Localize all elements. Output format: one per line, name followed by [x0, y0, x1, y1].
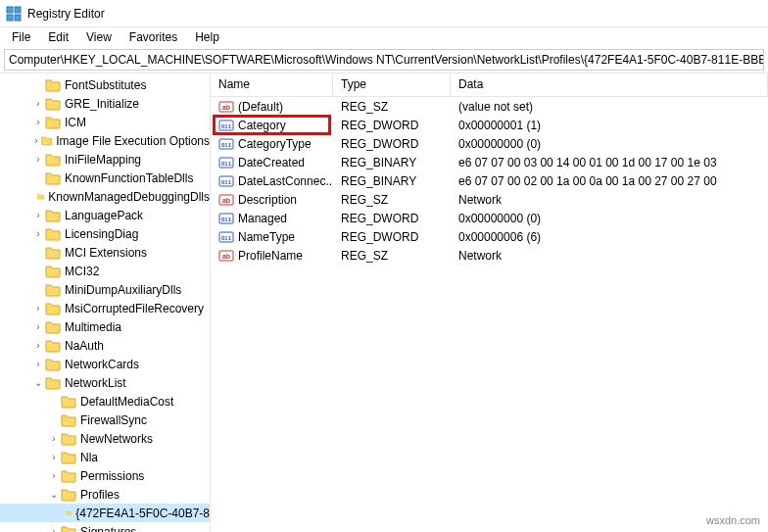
tree-item[interactable]: ›NaAuth	[0, 336, 210, 355]
binary-value-icon: 011	[218, 118, 234, 133]
binary-value-icon: 011	[218, 229, 234, 245]
tree-expander-icon[interactable]: ›	[31, 341, 45, 351]
tree-item[interactable]: ›NetworkCards	[0, 355, 210, 373]
tree-expander-icon[interactable]: ›	[47, 453, 61, 462]
column-type-header[interactable]: Type	[333, 73, 451, 96]
svg-rect-1	[15, 7, 21, 13]
tree-panel[interactable]: FontSubstitutes›GRE_Initialize›ICM›Image…	[0, 73, 211, 532]
tree-item-label: FirewallSync	[80, 413, 147, 427]
value-name-cell: 011DateCreated	[211, 155, 333, 170]
string-value-icon: ab	[218, 192, 234, 208]
tree-item-label: DefaultMediaCost	[80, 395, 173, 409]
column-name-header[interactable]: Name	[211, 73, 333, 96]
svg-text:011: 011	[221, 123, 232, 129]
menu-file[interactable]: File	[4, 28, 38, 46]
tree-item[interactable]: ›Signatures	[0, 522, 210, 532]
folder-icon	[45, 245, 61, 261]
folder-icon	[61, 524, 76, 533]
value-row[interactable]: abProfileNameREG_SZNetwork	[211, 246, 768, 265]
tree-item[interactable]: {472FE4A1-5F0C-40B7-8	[0, 504, 210, 522]
column-data-header[interactable]: Data	[451, 73, 768, 96]
folder-icon	[45, 301, 61, 316]
folder-icon	[45, 338, 61, 354]
tree-item[interactable]: ⌄NetworkList	[0, 373, 210, 392]
tree-expander-icon[interactable]: ⌄	[31, 378, 45, 388]
tree-item-label: FontSubstitutes	[65, 78, 146, 92]
tree-expander-icon[interactable]: ›	[47, 471, 61, 481]
value-name-cell: ab(Default)	[211, 99, 333, 115]
tree-expander-icon[interactable]: ›	[31, 229, 45, 239]
value-row[interactable]: 011CategoryREG_DWORD0x00000001 (1)	[211, 116, 768, 134]
svg-text:ab: ab	[222, 104, 230, 111]
folder-icon	[45, 282, 61, 298]
tree-item-label: MsiCorruptedFileRecovery	[65, 302, 204, 315]
tree-item[interactable]: ›GRE_Initialize	[0, 94, 210, 113]
tree-item[interactable]: ›NewNetworks	[0, 429, 210, 448]
folder-icon	[45, 115, 61, 130]
tree-expander-icon[interactable]: ›	[31, 136, 41, 146]
tree-expander-icon[interactable]: ›	[31, 304, 45, 314]
tree-item[interactable]: ›MsiCorruptedFileRecovery	[0, 299, 210, 317]
folder-icon	[61, 394, 76, 410]
tree-item-label: MCI32	[65, 265, 99, 278]
tree-item-label: NaAuth	[65, 339, 104, 353]
tree-item[interactable]: ›Multimedia	[0, 317, 210, 336]
tree-item[interactable]: MCI Extensions	[0, 243, 210, 262]
tree-item[interactable]: MCI32	[0, 262, 210, 280]
value-name-cell: 011DateLastConnec...	[211, 173, 333, 189]
tree-expander-icon[interactable]: ›	[47, 434, 61, 444]
folder-icon	[45, 208, 61, 223]
menu-help[interactable]: Help	[187, 28, 227, 46]
tree-item[interactable]: ›Nla	[0, 448, 210, 466]
tree-item[interactable]: DefaultMediaCost	[0, 392, 210, 411]
tree-expander-icon[interactable]: ⌄	[47, 490, 61, 500]
value-row[interactable]: 011DateLastConnec...REG_BINARYe6 07 07 0…	[211, 171, 768, 190]
tree-item[interactable]: ›Permissions	[0, 466, 210, 485]
tree-item-label: Signatures	[80, 525, 136, 533]
tree-item-label: KnownFunctionTableDlls	[65, 171, 193, 185]
value-name-cell: abDescription	[211, 192, 333, 208]
tree-expander-icon[interactable]: ›	[31, 211, 45, 220]
value-type: REG_DWORD	[333, 230, 451, 244]
folder-icon	[45, 77, 61, 93]
value-row[interactable]: 011ManagedREG_DWORD0x00000000 (0)	[211, 209, 768, 227]
tree-expander-icon[interactable]: ›	[31, 360, 45, 369]
regedit-icon	[6, 6, 22, 22]
menu-edit[interactable]: Edit	[40, 28, 76, 46]
tree-item[interactable]: ›Image File Execution Options	[0, 131, 210, 150]
value-row[interactable]: ab(Default)REG_SZ(value not set)	[211, 97, 768, 116]
folder-icon	[45, 319, 61, 335]
tree-expander-icon[interactable]: ›	[31, 322, 45, 332]
svg-text:ab: ab	[222, 253, 230, 260]
tree-item-label: GRE_Initialize	[65, 97, 139, 111]
tree-item-label: LanguagePack	[65, 209, 143, 222]
tree-item[interactable]: ›LicensingDiag	[0, 224, 210, 243]
tree-item[interactable]: FirewallSync	[0, 411, 210, 429]
tree-item[interactable]: KnownManagedDebuggingDlls	[0, 187, 210, 206]
tree-item[interactable]: ›IniFileMapping	[0, 150, 210, 169]
tree-item[interactable]: FontSubstitutes	[0, 75, 210, 94]
value-row[interactable]: 011NameTypeREG_DWORD0x00000006 (6)	[211, 227, 768, 246]
value-data: 0x00000000 (0)	[451, 137, 768, 151]
value-name: NameType	[238, 230, 295, 244]
value-row[interactable]: 011CategoryTypeREG_DWORD0x00000000 (0)	[211, 134, 768, 153]
address-bar[interactable]: Computer\HKEY_LOCAL_MACHINE\SOFTWARE\Mic…	[4, 49, 764, 71]
string-value-icon: ab	[218, 248, 234, 264]
tree-expander-icon[interactable]: ›	[31, 155, 45, 165]
tree-expander-icon[interactable]: ›	[31, 99, 45, 109]
menu-favorites[interactable]: Favorites	[121, 28, 185, 46]
value-name: DateLastConnec...	[238, 174, 333, 188]
value-row[interactable]: 011DateCreatedREG_BINARYe6 07 07 00 03 0…	[211, 153, 768, 171]
tree-item[interactable]: MiniDumpAuxiliaryDlls	[0, 280, 210, 299]
menu-view[interactable]: View	[78, 28, 120, 46]
tree-item-label: Permissions	[80, 469, 144, 483]
tree-item[interactable]: KnownFunctionTableDlls	[0, 169, 210, 187]
list-panel[interactable]: Name Type Data ab(Default)REG_SZ(value n…	[211, 73, 768, 532]
value-row[interactable]: abDescriptionREG_SZNetwork	[211, 190, 768, 209]
tree-item-label: IniFileMapping	[65, 153, 141, 167]
tree-item[interactable]: ›ICM	[0, 113, 210, 131]
tree-item[interactable]: ⌄Profiles	[0, 485, 210, 504]
tree-expander-icon[interactable]: ›	[47, 527, 61, 533]
tree-item[interactable]: ›LanguagePack	[0, 206, 210, 224]
tree-expander-icon[interactable]: ›	[31, 118, 45, 127]
